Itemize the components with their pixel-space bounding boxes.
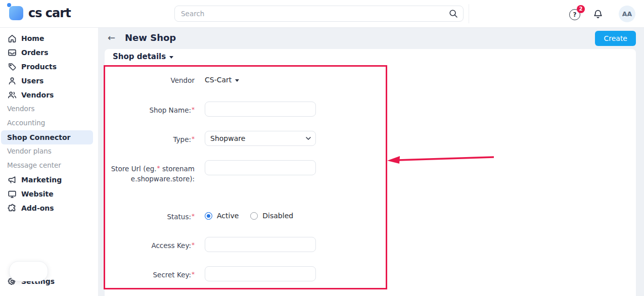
help-icon[interactable]: ? 2 — [569, 8, 581, 20]
sidebar-item-label: Products — [21, 63, 57, 70]
sidebar-item-label: Users — [21, 77, 43, 84]
app-window: cs cart ? 2 AA — [0, 0, 644, 296]
sidebar-item-message-center[interactable]: Message center — [0, 159, 98, 173]
search-input[interactable] — [174, 6, 464, 22]
sidebar-item-home[interactable]: Home — [0, 31, 98, 45]
sidebar-item-label: Orders — [21, 49, 49, 56]
vendor-row: Vendor CS-Cart — [109, 72, 432, 86]
sidebar-item-vendors[interactable]: Vendors — [0, 88, 98, 102]
sidebar-item-website[interactable]: Website — [0, 187, 98, 201]
sidebar-item-label: Vendors — [21, 91, 54, 98]
sidebar-item-shop-connector[interactable]: Shop Connector — [1, 130, 93, 144]
sidebar: Home Orders Products — [0, 28, 99, 296]
type-label: Type:* — [109, 131, 195, 145]
sidebar-item-label: Shop Connector — [7, 134, 70, 141]
sidebar-item-label: Add-ons — [21, 205, 54, 212]
required-asterisk: * — [157, 165, 160, 172]
main-content: ← New Shop Create Shop details Vendor CS… — [99, 28, 644, 296]
vendor-dropdown[interactable]: CS-Cart — [205, 72, 239, 84]
store-url-input[interactable] — [205, 160, 316, 175]
shop-name-label: Shop Name:* — [109, 102, 195, 116]
required-asterisk: * — [192, 271, 195, 278]
sidebar-item-marketing[interactable]: Marketing — [0, 173, 98, 187]
vendors-icon — [7, 90, 17, 100]
sidebar-item-label: Website — [21, 190, 54, 198]
logo-icon — [9, 6, 23, 20]
topbar: cs cart ? 2 AA — [0, 0, 644, 28]
sidebar-item-accounting[interactable]: Accounting — [0, 116, 98, 130]
status-radio-active[interactable] — [205, 212, 212, 220]
secret-key-row: Secret Key:* — [109, 266, 432, 281]
required-asterisk: * — [192, 213, 195, 220]
cscart-logo[interactable]: cs cart — [9, 6, 71, 20]
sidebar-item-addons[interactable]: Add-ons — [0, 201, 98, 215]
back-icon[interactable]: ← — [108, 32, 115, 43]
logo-dot-icon — [7, 3, 11, 7]
notifications-icon[interactable] — [592, 9, 604, 20]
shop-name-input[interactable] — [205, 102, 316, 117]
store-url-label: Store Url (eg.* storename.shopware.store… — [109, 160, 195, 184]
website-icon — [7, 189, 17, 199]
sidebar-item-users[interactable]: Users — [0, 74, 98, 88]
logo-text: cs cart — [28, 6, 71, 20]
sidebar-item-label: Vendor plans — [7, 148, 52, 155]
create-button[interactable]: Create — [595, 31, 636, 46]
addons-icon — [7, 203, 17, 213]
status-row: Status:* Active Disabled — [109, 208, 432, 222]
secret-key-label: Secret Key:* — [109, 266, 195, 280]
page-title: New Shop — [125, 32, 176, 43]
sidebar-item-label: Message center — [7, 162, 61, 169]
sidebar-item-products[interactable]: Products — [0, 60, 98, 74]
vendor-label: Vendor — [109, 72, 195, 86]
products-icon — [7, 62, 17, 72]
sidebar-item-label: Vendors — [7, 106, 34, 113]
home-icon — [7, 33, 17, 43]
users-icon — [7, 76, 17, 86]
required-asterisk: * — [192, 135, 195, 142]
access-key-label: Access Key:* — [109, 237, 195, 251]
topbar-divider — [469, 4, 469, 23]
chevron-down-icon — [169, 56, 173, 59]
help-badge: 2 — [577, 5, 585, 13]
sidebar-item-label: Home — [21, 35, 44, 42]
avatar[interactable]: AA — [619, 6, 635, 22]
store-url-row: Store Url (eg.* storename.shopware.store… — [109, 160, 432, 184]
sidebar-item-label: Accounting — [7, 120, 45, 127]
shop-details-panel: Shop details Vendor CS-Cart Shop Name:* — [105, 49, 636, 296]
orders-icon — [7, 47, 17, 58]
marketing-icon — [7, 175, 17, 185]
status-disabled-label[interactable]: Disabled — [262, 212, 293, 220]
section-title-label: Shop details — [113, 52, 166, 61]
sidebar-item-vendors-sub[interactable]: Vendors — [0, 102, 98, 116]
secret-key-input[interactable] — [205, 266, 316, 281]
status-label: Status:* — [109, 208, 195, 222]
topbar-actions: ? 2 AA — [569, 0, 635, 28]
sidebar-item-label: Marketing — [21, 176, 62, 183]
type-select[interactable]: Shopware — [205, 131, 316, 146]
section-header-shop-details[interactable]: Shop details — [113, 52, 173, 61]
page-header: ← New Shop Create — [99, 28, 644, 49]
required-asterisk: * — [192, 241, 195, 249]
status-active-label[interactable]: Active — [217, 212, 239, 220]
search-bar — [174, 6, 464, 22]
chevron-down-icon — [235, 79, 239, 82]
shop-name-row: Shop Name:* — [109, 102, 432, 117]
floating-widget[interactable] — [9, 261, 48, 281]
required-asterisk: * — [192, 106, 195, 113]
access-key-input[interactable] — [205, 237, 316, 252]
sidebar-item-orders[interactable]: Orders — [0, 45, 98, 60]
sidebar-item-vendor-plans[interactable]: Vendor plans — [0, 144, 98, 159]
type-row: Type:* Shopware — [109, 131, 432, 146]
status-radio-disabled[interactable] — [250, 212, 258, 220]
search-icon[interactable] — [448, 9, 458, 19]
access-key-row: Access Key:* — [109, 237, 432, 252]
